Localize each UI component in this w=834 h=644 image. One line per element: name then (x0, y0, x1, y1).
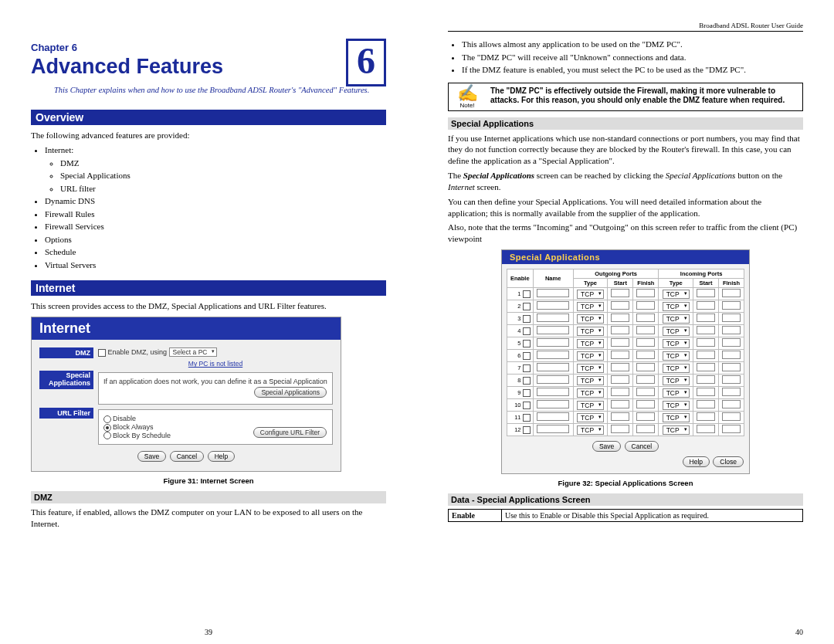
out-type-select[interactable]: TCP (577, 290, 604, 299)
enable-dmz-checkbox[interactable] (98, 349, 106, 357)
out-finish-input[interactable] (636, 412, 655, 421)
out-finish-input[interactable] (636, 425, 655, 433)
in-type-select[interactable]: TCP (663, 401, 690, 410)
url-disable-radio[interactable] (103, 415, 111, 423)
out-finish-input[interactable] (636, 289, 655, 297)
out-finish-input[interactable] (636, 326, 655, 334)
save-button[interactable]: Save (592, 441, 621, 452)
in-finish-input[interactable] (722, 375, 741, 384)
name-input[interactable] (537, 314, 569, 322)
in-start-input[interactable] (697, 289, 715, 297)
help-button[interactable]: Help (208, 451, 235, 462)
in-type-select[interactable]: TCP (663, 388, 690, 398)
out-start-input[interactable] (611, 388, 629, 396)
out-start-input[interactable] (611, 425, 629, 433)
in-finish-input[interactable] (722, 425, 741, 433)
enable-checkbox[interactable] (523, 389, 531, 397)
out-type-select[interactable]: TCP (577, 327, 604, 336)
name-input[interactable] (537, 289, 569, 297)
in-type-select[interactable]: TCP (663, 364, 690, 373)
in-finish-input[interactable] (722, 351, 741, 359)
in-start-input[interactable] (697, 425, 715, 433)
in-finish-input[interactable] (722, 289, 741, 297)
close-button[interactable]: Close (713, 456, 744, 467)
in-finish-input[interactable] (722, 301, 741, 310)
in-start-input[interactable] (697, 388, 715, 396)
enable-checkbox[interactable] (523, 364, 531, 372)
in-finish-input[interactable] (722, 363, 741, 371)
in-type-select[interactable]: TCP (663, 425, 690, 435)
in-finish-input[interactable] (722, 400, 741, 408)
out-start-input[interactable] (611, 351, 629, 359)
out-start-input[interactable] (611, 314, 629, 322)
out-start-input[interactable] (611, 326, 629, 334)
name-input[interactable] (537, 363, 569, 371)
out-type-select[interactable]: TCP (577, 425, 604, 435)
configure-url-filter-button[interactable]: Configure URL Filter (253, 427, 327, 438)
enable-checkbox[interactable] (523, 290, 531, 298)
out-start-input[interactable] (611, 400, 629, 408)
out-finish-input[interactable] (636, 400, 655, 408)
enable-checkbox[interactable] (523, 315, 531, 323)
name-input[interactable] (537, 400, 569, 408)
url-block-schedule-radio[interactable] (103, 432, 111, 439)
enable-checkbox[interactable] (523, 377, 531, 385)
in-start-input[interactable] (697, 363, 715, 371)
name-input[interactable] (537, 375, 569, 384)
out-finish-input[interactable] (636, 301, 655, 310)
url-block-always-radio[interactable] (103, 424, 111, 432)
in-type-select[interactable]: TCP (663, 376, 690, 385)
out-type-select[interactable]: TCP (577, 388, 604, 398)
name-input[interactable] (537, 326, 569, 334)
out-type-select[interactable]: TCP (577, 339, 604, 348)
help-button[interactable]: Help (683, 456, 710, 467)
name-input[interactable] (537, 388, 569, 396)
in-type-select[interactable]: TCP (663, 290, 690, 299)
in-type-select[interactable]: TCP (663, 339, 690, 348)
out-type-select[interactable]: TCP (577, 413, 604, 422)
out-start-input[interactable] (611, 363, 629, 371)
enable-checkbox[interactable] (523, 414, 531, 422)
enable-checkbox[interactable] (523, 303, 531, 310)
out-type-select[interactable]: TCP (577, 364, 604, 373)
out-finish-input[interactable] (636, 338, 655, 347)
out-finish-input[interactable] (636, 363, 655, 371)
save-button[interactable]: Save (137, 451, 166, 462)
in-start-input[interactable] (697, 412, 715, 421)
out-type-select[interactable]: TCP (577, 314, 604, 324)
out-type-select[interactable]: TCP (577, 401, 604, 410)
in-finish-input[interactable] (722, 388, 741, 396)
out-finish-input[interactable] (636, 314, 655, 322)
out-finish-input[interactable] (636, 375, 655, 384)
name-input[interactable] (537, 338, 569, 347)
name-input[interactable] (537, 301, 569, 310)
cancel-button[interactable]: Cancel (170, 451, 204, 462)
out-start-input[interactable] (611, 338, 629, 347)
in-finish-input[interactable] (722, 412, 741, 421)
special-applications-button[interactable]: Special Applications (254, 387, 327, 398)
in-start-input[interactable] (697, 314, 715, 322)
out-start-input[interactable] (611, 375, 629, 384)
in-start-input[interactable] (697, 375, 715, 384)
out-start-input[interactable] (611, 289, 629, 297)
out-type-select[interactable]: TCP (577, 302, 604, 311)
enable-checkbox[interactable] (523, 340, 531, 347)
in-finish-input[interactable] (722, 314, 741, 322)
enable-checkbox[interactable] (523, 327, 531, 335)
in-finish-input[interactable] (722, 326, 741, 334)
in-start-input[interactable] (697, 351, 715, 359)
name-input[interactable] (537, 351, 569, 359)
out-start-input[interactable] (611, 301, 629, 310)
in-type-select[interactable]: TCP (663, 327, 690, 336)
out-finish-input[interactable] (636, 388, 655, 396)
out-type-select[interactable]: TCP (577, 376, 604, 385)
in-start-input[interactable] (697, 338, 715, 347)
enable-checkbox[interactable] (523, 352, 531, 360)
in-start-input[interactable] (697, 326, 715, 334)
in-type-select[interactable]: TCP (663, 413, 690, 422)
name-input[interactable] (537, 412, 569, 421)
in-start-input[interactable] (697, 400, 715, 408)
out-finish-input[interactable] (636, 351, 655, 359)
name-input[interactable] (537, 425, 569, 433)
enable-checkbox[interactable] (523, 426, 531, 434)
